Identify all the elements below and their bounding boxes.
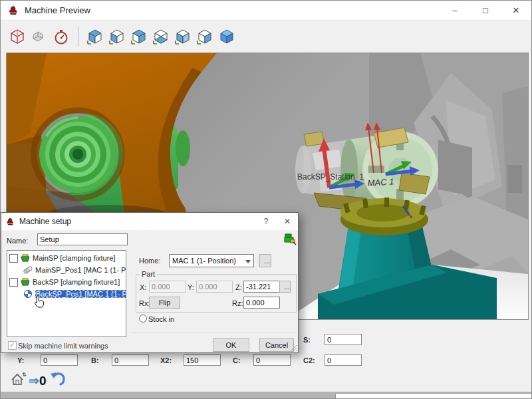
stock-in-radio[interactable] [139, 315, 147, 323]
tree-row[interactable]: MainSP_Pos1 [MAC 1 (1- Position)] [7, 264, 126, 276]
flip-button[interactable]: Flip [149, 297, 180, 309]
home-select[interactable]: MAC 1 (1- Position) [169, 254, 254, 267]
hand-cursor-icon [32, 295, 45, 309]
svg-text:⇅: ⇅ [22, 372, 27, 378]
view-back-icon[interactable] [196, 28, 213, 45]
part-x-label: X: [140, 283, 146, 291]
section-view-icon[interactable] [31, 28, 48, 45]
part-y-label: Y: [188, 283, 194, 291]
y-axis-label: Y: [17, 356, 24, 364]
x2-axis-label: X2: [160, 356, 172, 364]
view-toolbar [1, 21, 531, 53]
dialog-help-button[interactable]: ? [255, 213, 277, 230]
part-rz-field[interactable] [243, 297, 280, 309]
tree-row-selected[interactable]: BackSP_Pos1 [MAC 1 (1- Position)] [7, 288, 126, 300]
tree-item-label-selected[interactable]: BackSP_Pos1 [MAC 1 (1- Position)] [35, 290, 126, 298]
part-rz-label: Rz: [232, 299, 243, 307]
machine-setup-dialog: Machine setup ? ✕ Name: MainSP [clamping… [1, 212, 299, 353]
home-browse-button[interactable]: ... [259, 254, 271, 267]
machine-preview-window: Machine Preview – □ ✕ [0, 0, 532, 399]
undo-icon[interactable] [49, 368, 67, 387]
y-axis-field[interactable] [41, 354, 78, 366]
window-title: Machine Preview [25, 5, 90, 15]
goto-zero-value: 0 [39, 374, 47, 388]
c-axis-label: C: [233, 356, 241, 364]
part-z-field[interactable] [243, 281, 280, 293]
skip-warnings-checkbox[interactable]: ✓ [8, 341, 17, 350]
name-label: Name: [7, 237, 28, 245]
home-label: Home: [139, 257, 160, 265]
tree-row[interactable]: MainSP [clamping fixture] [7, 252, 126, 264]
app-logo-icon [7, 5, 19, 17]
tree-checkbox[interactable] [9, 278, 18, 287]
goto-arrow-icon: ⇒ [29, 374, 39, 388]
part-x-field [149, 281, 186, 293]
skip-warnings-label[interactable]: Skip machine limit warnings [18, 342, 108, 350]
tree-checkbox[interactable] [9, 254, 18, 263]
origin-target-icon [23, 289, 33, 299]
toolbar-separator [78, 27, 78, 46]
dialog-title: Machine setup [19, 217, 71, 226]
view-right-icon[interactable] [130, 28, 148, 45]
view-front-icon[interactable] [174, 28, 192, 45]
part-browse-button[interactable]: ... [279, 281, 291, 293]
stock-in-label[interactable]: Stock in [148, 315, 174, 323]
spindle-flange [176, 130, 190, 166]
maximize-button[interactable]: □ [470, 1, 501, 20]
clamp-fixture-icon [21, 254, 30, 262]
tree-item-label[interactable]: MainSP [clamping fixture] [33, 254, 116, 262]
wireframe-box-icon[interactable] [9, 28, 26, 45]
tree-row[interactable]: BackSP [clamping fixture1] [7, 276, 126, 288]
close-button[interactable]: ✕ [501, 1, 531, 20]
station-label: BackSP_Station_1 [297, 172, 364, 182]
mac-label: MAC 1 [367, 176, 394, 188]
goto-zero-button[interactable]: ⇒0 [29, 373, 47, 388]
tree-item-label[interactable]: BackSP [clamping fixture1] [33, 278, 120, 286]
s-axis-field[interactable] [325, 334, 362, 345]
x2-axis-field[interactable] [184, 354, 221, 366]
resize-grip[interactable] [289, 344, 297, 352]
view-top-icon[interactable] [86, 28, 104, 45]
dialog-close-button[interactable]: ✕ [277, 213, 298, 230]
home-select-value: MAC 1 (1- Position) [172, 257, 236, 265]
setup-tree[interactable]: MainSP [clamping fixture] MainSP_Pos1 [M… [7, 250, 126, 337]
dialog-title-bar[interactable]: Machine setup ? ✕ [1, 213, 298, 230]
c2-axis-label: C2: [303, 356, 315, 364]
stopwatch-icon[interactable] [53, 28, 70, 45]
b-axis-label: B: [91, 356, 99, 364]
view-left-icon[interactable] [108, 28, 126, 45]
b-axis-field[interactable] [112, 354, 149, 366]
view-bottom-icon[interactable] [152, 28, 170, 45]
clamp-fixture-icon [21, 278, 30, 286]
part-y-field [196, 281, 233, 293]
position-cylinder-icon [23, 266, 33, 274]
setup-name-input[interactable] [37, 233, 128, 245]
tree-item-label[interactable]: MainSP_Pos1 [MAC 1 (1- Position)] [35, 266, 126, 274]
chevron-down-icon [245, 260, 251, 263]
background-window-edge [335, 393, 532, 399]
home-position-icon[interactable]: ⇅ [9, 371, 27, 388]
part-group-label: Part [140, 270, 157, 278]
title-bar: Machine Preview – □ ✕ [1, 1, 531, 21]
part-z-label: Z: [235, 283, 242, 291]
minimize-button[interactable]: – [440, 1, 470, 20]
ok-button[interactable]: OK [213, 338, 249, 352]
window-controls: – □ ✕ [440, 1, 531, 20]
view-isometric-icon[interactable] [218, 28, 235, 45]
mini-axis-red [410, 215, 412, 218]
c2-axis-field[interactable] [325, 354, 362, 366]
s-axis-label: S: [303, 336, 311, 344]
machine-icon[interactable] [283, 232, 297, 245]
dialog-separator [132, 332, 295, 333]
dialog-logo-icon [5, 217, 15, 227]
c-axis-field[interactable] [253, 354, 291, 366]
